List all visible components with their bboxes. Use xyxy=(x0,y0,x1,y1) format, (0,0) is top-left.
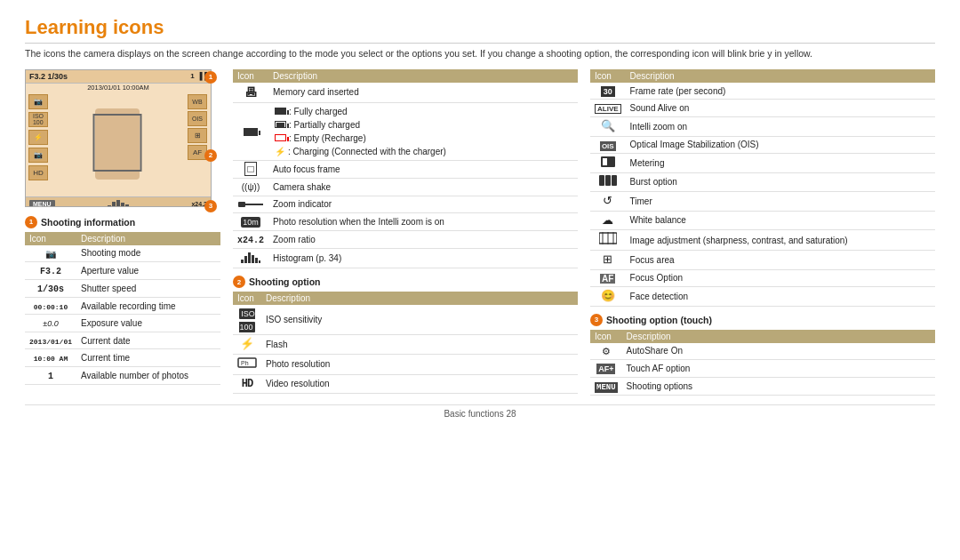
table-row: Ph Photo resolution xyxy=(233,355,578,374)
cam-icon-1: 📷 xyxy=(28,94,48,109)
row-icon: 1 xyxy=(25,366,76,384)
row-desc: Current date xyxy=(76,332,220,349)
row-desc: Flash xyxy=(261,335,578,355)
table-row: 00:00:10 Available recording time xyxy=(25,297,220,314)
row-icon xyxy=(233,102,268,160)
battery-charging-icon: ⚡ xyxy=(275,146,285,157)
row-icon: ☁ xyxy=(590,211,626,230)
table-row: ☁ White balance xyxy=(590,211,935,230)
section1-badge: 1 xyxy=(25,216,37,228)
table-row: MENU Shooting options xyxy=(590,377,935,396)
battery-full-icon-sm xyxy=(275,108,286,115)
svg-rect-11 xyxy=(603,158,607,165)
row-desc: Current time xyxy=(76,349,220,366)
row-icon: 1/30s xyxy=(25,279,76,297)
table-row: ⚙ AutoShare On xyxy=(590,343,935,360)
row-desc: White balance xyxy=(626,211,935,230)
white-balance-icon: ☁ xyxy=(602,213,613,227)
flash-icon: ⚡ xyxy=(240,337,254,350)
burst-icon xyxy=(599,175,617,186)
row-icon: 🖷 xyxy=(233,83,268,103)
autoshare-icon: ⚙ xyxy=(602,346,611,356)
row-icon: Ph xyxy=(233,355,261,374)
cam-icon-4: 📷 xyxy=(28,148,48,163)
row-desc: Memory card inserted xyxy=(268,83,578,103)
badge-2: 2 xyxy=(204,149,217,162)
cam-right-icons: WB OIS ⊞ AF xyxy=(184,92,211,196)
section1-table: Icon Description 📷 Shooting mode F3.2 Ap… xyxy=(25,232,220,385)
table-row: AF Focus Option xyxy=(590,269,935,286)
row-desc: Burst option xyxy=(626,173,935,191)
face-detection-icon: 😊 xyxy=(601,289,615,302)
row-icon: ISO100 xyxy=(233,305,261,335)
svg-rect-1 xyxy=(238,202,245,207)
right-column: Icon Description 30 Frame rate (per seco… xyxy=(590,69,935,402)
row-icon: ±0.0 xyxy=(25,315,76,332)
section2-title: Shooting option xyxy=(249,276,320,287)
row-desc: Focus Option xyxy=(626,269,935,286)
cam-shot-count: 1 xyxy=(190,72,194,80)
row-icon: OIS xyxy=(590,136,626,153)
table-row: ((ψ)) Camera shake xyxy=(233,179,578,196)
row-desc: Focus area xyxy=(626,250,935,269)
left-column: F3.2 1/30s 1 ▐▐ 2013/01/01 10:00AM 📷 ISO… xyxy=(25,69,220,402)
row-desc: Optical Image Stabilization (OIS) xyxy=(626,136,935,153)
svg-rect-6 xyxy=(255,258,258,263)
row-icon: ⚙ xyxy=(590,343,622,360)
table-row: 10:00 AM Current time xyxy=(25,349,220,366)
battery-empty-icon xyxy=(275,134,286,141)
ois-icon: OIS xyxy=(600,141,616,151)
table-row: HD Video resolution xyxy=(233,374,578,394)
svg-rect-7 xyxy=(259,260,260,263)
row-desc: AutoShare On xyxy=(622,343,935,360)
table-row: ↺ Timer xyxy=(590,191,935,211)
section2-col-icon: Icon xyxy=(233,292,261,305)
touch-af-icon: AF+ xyxy=(596,364,615,374)
framerate-icon: 30 xyxy=(601,86,615,97)
table-row: Histogram (p. 34) xyxy=(233,248,578,268)
table-row: □ Auto focus frame xyxy=(233,160,578,179)
battery-partial-label: : Partially charged xyxy=(289,119,360,131)
battery-partial-icon xyxy=(275,121,286,128)
section3-badge: 3 xyxy=(590,314,603,326)
svg-rect-13 xyxy=(605,175,611,186)
intelli-zoom-icon: 🔍 xyxy=(601,119,615,132)
row-desc: Zoom indicator xyxy=(268,196,578,212)
cam-icon-r2: OIS xyxy=(188,111,207,126)
svg-rect-3 xyxy=(244,256,247,263)
photo-res-icon: 10m xyxy=(241,217,260,228)
table-row: 📷 Shooting mode xyxy=(25,245,220,262)
row-icon: MENU xyxy=(590,377,622,396)
middle-column: Icon Description 🖷 Memory card inserted xyxy=(233,69,578,402)
table-row: : Fully charged : Partially charged : Em… xyxy=(233,102,578,160)
row-desc: Intelli zoom on xyxy=(626,116,935,136)
table-row: ⊞ Focus area xyxy=(590,250,935,269)
cam-exposure-info: F3.2 1/30s xyxy=(29,72,68,81)
zoom-indicator-icon xyxy=(238,201,263,208)
camera-preview: F3.2 1/30s 1 ▐▐ 2013/01/01 10:00AM 📷 ISO… xyxy=(25,69,212,207)
metering-icon xyxy=(600,156,616,168)
row-desc: Photo resolution xyxy=(261,355,578,374)
histogram-icon xyxy=(241,251,260,263)
table-row: Burst option xyxy=(590,173,935,191)
svg-rect-5 xyxy=(252,255,254,263)
section1-label: 1 Shooting information xyxy=(25,216,220,228)
table-row: Image adjustment (sharpness, contrast, a… xyxy=(590,230,935,250)
row-desc: Exposure value xyxy=(76,315,220,332)
section2-label: 2 Shooting option xyxy=(233,276,578,288)
cam-left-icons: 📷 ISO100 ⚡ 📷 HD xyxy=(26,92,51,196)
zoom-ratio-icon: x24.2 xyxy=(237,236,264,245)
table-row: OIS Optical Image Stabilization (OIS) xyxy=(590,136,935,153)
cam-histogram xyxy=(108,198,139,207)
svg-rect-4 xyxy=(248,252,251,263)
list-item: ⚡ : Charging (Connected with the charger… xyxy=(275,145,573,158)
timer-icon: ↺ xyxy=(603,194,612,207)
row-desc: ISO sensitivity xyxy=(261,305,578,335)
table-row: 1/30s Shutter speed xyxy=(25,279,220,297)
battery-full-label: : Fully charged xyxy=(289,106,348,117)
row-icon: AF+ xyxy=(590,360,622,378)
cam-icon-3: ⚡ xyxy=(28,130,48,145)
table-row: 🔍 Intelli zoom on xyxy=(590,116,935,136)
battery-empty-label: : Empty (Recharge) xyxy=(289,132,366,144)
section2-col-desc: Description xyxy=(261,292,578,305)
